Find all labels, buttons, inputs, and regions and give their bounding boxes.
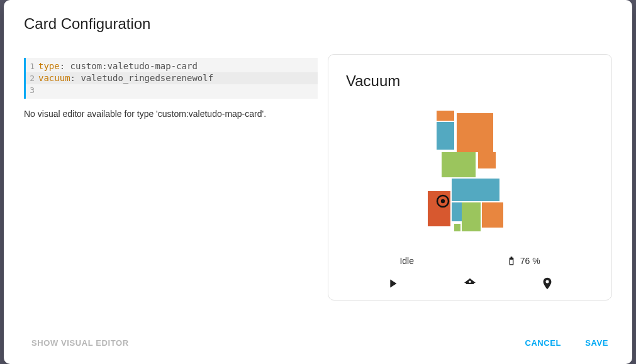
show-visual-editor-button[interactable]: SHOW VISUAL EDITOR	[25, 334, 135, 351]
dialog-body: 1 type: custom:valetudo-map-card 2 vacuu…	[4, 43, 632, 326]
code-content[interactable]: type: custom:valetudo-map-card	[38, 60, 318, 72]
vacuum-map[interactable]	[328, 95, 611, 253]
code-line[interactable]: 2 vacuum: valetudo_ringedserenewolf	[26, 72, 318, 84]
preview-card-title: Vacuum	[328, 55, 611, 95]
battery-icon	[506, 256, 516, 266]
dialog-footer: SHOW VISUAL EDITOR CANCEL SAVE	[4, 326, 632, 364]
svg-rect-2	[457, 113, 493, 152]
preview-card: Vacuum	[328, 54, 612, 301]
actions-row	[328, 270, 611, 300]
svg-rect-8	[462, 202, 481, 231]
preview-pane: Vacuum	[323, 43, 617, 326]
svg-rect-0	[437, 111, 454, 121]
svg-point-12	[441, 199, 445, 203]
pin-icon	[540, 277, 554, 290]
no-visual-editor-message: No visual editor available for type 'cus…	[24, 109, 318, 119]
play-button[interactable]	[382, 276, 403, 291]
code-line[interactable]: 3	[26, 84, 318, 96]
svg-rect-1	[437, 122, 454, 150]
code-content[interactable]	[38, 84, 318, 96]
gutter: 2	[26, 73, 38, 84]
svg-rect-10	[454, 224, 460, 231]
play-icon	[386, 277, 399, 290]
vacuum-state: Idle	[399, 256, 414, 266]
card-configuration-dialog: Card Configuration 1 type: custom:valetu…	[4, 0, 632, 364]
status-row: Idle 76 %	[328, 253, 611, 270]
gutter: 1	[26, 61, 38, 72]
dialog-title: Card Configuration	[4, 0, 632, 43]
svg-rect-4	[478, 152, 496, 168]
gutter: 3	[26, 85, 38, 96]
locate-button[interactable]	[537, 276, 558, 291]
svg-rect-5	[452, 179, 499, 201]
svg-rect-3	[442, 152, 476, 177]
home-icon	[463, 277, 477, 290]
code-line[interactable]: 1 type: custom:valetudo-map-card	[26, 60, 318, 72]
battery-status: 76 %	[506, 256, 540, 266]
floor-map-svg	[423, 108, 517, 240]
home-button[interactable]	[459, 276, 481, 291]
code-content[interactable]: vacuum: valetudo_ringedserenewolf	[38, 72, 318, 84]
yaml-editor[interactable]: 1 type: custom:valetudo-map-card 2 vacuu…	[24, 58, 318, 99]
save-button[interactable]: SAVE	[579, 334, 615, 351]
config-pane: 1 type: custom:valetudo-map-card 2 vacuu…	[19, 43, 323, 326]
cancel-button[interactable]: CANCEL	[518, 334, 567, 351]
svg-rect-7	[452, 202, 462, 221]
svg-rect-9	[482, 202, 503, 228]
